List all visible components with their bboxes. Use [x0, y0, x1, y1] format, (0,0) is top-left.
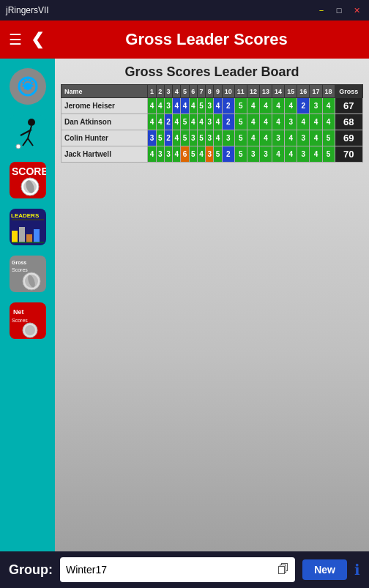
score-hole-18: 4 — [322, 98, 335, 114]
score-icon: SCORE — [10, 162, 46, 198]
minimize-button[interactable]: − — [315, 4, 328, 17]
close-button[interactable]: ✕ — [350, 4, 363, 17]
score-hole-16: 2 — [297, 98, 310, 114]
svg-text:Net: Net — [13, 308, 24, 316]
svg-text:LEADERS: LEADERS — [11, 212, 40, 219]
window-title: jRingersVII — [6, 5, 49, 15]
score-hole-12: 4 — [247, 130, 259, 146]
player-name: Dan Atkinson — [61, 114, 148, 130]
score-hole-9: 5 — [214, 146, 222, 163]
score-hole-10: 2 — [222, 98, 234, 114]
main-layout: ⚙ — [0, 59, 369, 551]
score-hole-3: 2 — [164, 130, 172, 146]
sidebar-item-gross-scores[interactable]: Gross Scores — [6, 252, 50, 296]
group-input-wrapper: 🗍 — [60, 557, 295, 582]
window-controls: − □ ✕ — [315, 4, 363, 17]
score-hole-17: 4 — [310, 130, 322, 146]
score-hole-1: 3 — [148, 130, 156, 146]
sidebar-item-settings[interactable]: ⚙ — [6, 64, 50, 108]
bottom-bar: Group: 🗍 New ℹ — [0, 551, 369, 588]
score-hole-15: 4 — [285, 130, 297, 146]
col-total: Gross — [335, 85, 362, 98]
score-hole-11: 5 — [234, 98, 247, 114]
score-hole-14: 4 — [272, 98, 285, 114]
score-hole-8: 3 — [206, 114, 214, 130]
score-hole-2: 5 — [156, 130, 164, 146]
col-5: 5 — [181, 85, 189, 98]
score-hole-3: 2 — [164, 114, 172, 130]
app-header: ☰ ❮ Gross Leader Scores — [0, 21, 369, 59]
svg-rect-4 — [10, 115, 46, 152]
sidebar: ⚙ — [0, 59, 55, 551]
svg-point-5 — [28, 119, 35, 126]
score-hole-17: 3 — [310, 98, 322, 114]
score-hole-15: 4 — [285, 146, 297, 163]
group-input[interactable] — [66, 564, 277, 576]
score-hole-4: 4 — [173, 130, 181, 146]
table-row: Dan Atkinson44245443425444344468 — [61, 114, 363, 130]
score-hole-13: 4 — [259, 130, 272, 146]
score-hole-6: 4 — [189, 98, 197, 114]
col-9: 9 — [214, 85, 222, 98]
score-hole-9: 4 — [214, 130, 222, 146]
svg-rect-22 — [34, 229, 40, 242]
score-hole-17: 4 — [310, 114, 322, 130]
score-hole-17: 4 — [310, 146, 322, 163]
score-hole-11: 5 — [234, 130, 247, 146]
content-area: Gross Scores Leader Board Name 1 2 3 4 5… — [55, 59, 369, 551]
table-row: Colin Hunter35245353435443434569 — [61, 130, 363, 146]
svg-text:SCORE: SCORE — [12, 165, 46, 177]
file-icon[interactable]: 🗍 — [277, 563, 289, 576]
new-button[interactable]: New — [302, 559, 347, 580]
col-10: 10 — [222, 85, 234, 98]
table-row: Jack Hartwell43346543525334434570 — [61, 146, 363, 163]
col-13: 13 — [259, 85, 272, 98]
app-title: Gross Leader Scores — [53, 30, 360, 49]
col-17: 17 — [310, 85, 322, 98]
settings-icon: ⚙ — [10, 68, 46, 105]
col-7: 7 — [197, 85, 205, 98]
score-hole-13: 4 — [259, 114, 272, 130]
score-hole-5: 5 — [181, 114, 189, 130]
score-hole-5: 5 — [181, 130, 189, 146]
score-hole-8: 3 — [206, 130, 214, 146]
score-hole-1: 4 — [148, 146, 156, 163]
score-hole-18: 4 — [322, 114, 335, 130]
score-hole-3: 3 — [164, 146, 172, 163]
sidebar-item-golfer[interactable] — [6, 111, 50, 155]
score-hole-2: 4 — [156, 98, 164, 114]
info-icon[interactable]: ℹ — [354, 561, 360, 578]
svg-text:Scores: Scores — [12, 267, 28, 272]
score-hole-2: 3 — [156, 146, 164, 163]
col-11: 11 — [234, 85, 247, 98]
score-hole-10: 3 — [222, 130, 234, 146]
svg-rect-20 — [19, 227, 25, 242]
player-total: 69 — [335, 130, 362, 146]
player-name: Jerome Heiser — [61, 98, 148, 114]
sidebar-item-score[interactable]: SCORE — [6, 158, 50, 202]
score-hole-12: 4 — [247, 114, 259, 130]
hamburger-icon[interactable]: ☰ — [9, 31, 22, 48]
scores-table: Name 1 2 3 4 5 6 7 8 9 10 11 12 13 14 15 — [61, 84, 363, 163]
svg-text:Scores: Scores — [12, 318, 28, 323]
score-hole-16: 4 — [297, 114, 310, 130]
table-header-row: Name 1 2 3 4 5 6 7 8 9 10 11 12 13 14 15 — [61, 85, 363, 98]
score-hole-14: 4 — [272, 114, 285, 130]
player-name: Jack Hartwell — [61, 146, 148, 163]
col-name: Name — [61, 85, 148, 98]
player-total: 68 — [335, 114, 362, 130]
col-8: 8 — [206, 85, 214, 98]
score-hole-14: 4 — [272, 146, 285, 163]
sidebar-item-net-scores[interactable]: Net Scores — [6, 299, 50, 343]
maximize-button[interactable]: □ — [332, 4, 346, 17]
player-total: 67 — [335, 98, 362, 114]
score-hole-8: 3 — [206, 98, 214, 114]
sidebar-item-leaders[interactable]: LEADERS — [6, 205, 50, 249]
score-hole-12: 3 — [247, 146, 259, 163]
score-hole-13: 3 — [259, 146, 272, 163]
col-14: 14 — [272, 85, 285, 98]
score-hole-4: 4 — [173, 146, 181, 163]
svg-rect-21 — [26, 234, 32, 242]
col-18: 18 — [322, 85, 335, 98]
back-icon[interactable]: ❮ — [31, 30, 44, 49]
